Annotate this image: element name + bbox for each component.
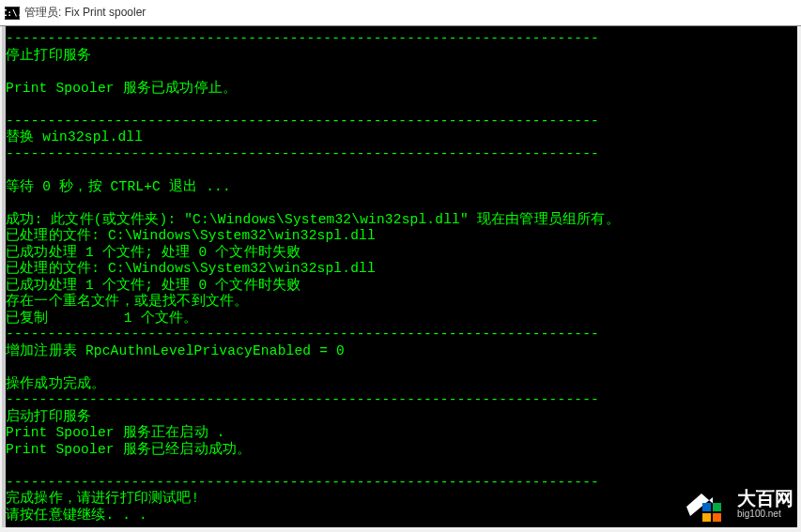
cmd-icon: C:\. [5, 7, 20, 20]
window-titlebar: C:\. 管理员: Fix Print spooler [0, 0, 801, 26]
window-title: 管理员: Fix Print spooler [24, 5, 146, 21]
terminal-output[interactable]: ----------------------------------------… [2, 26, 797, 527]
